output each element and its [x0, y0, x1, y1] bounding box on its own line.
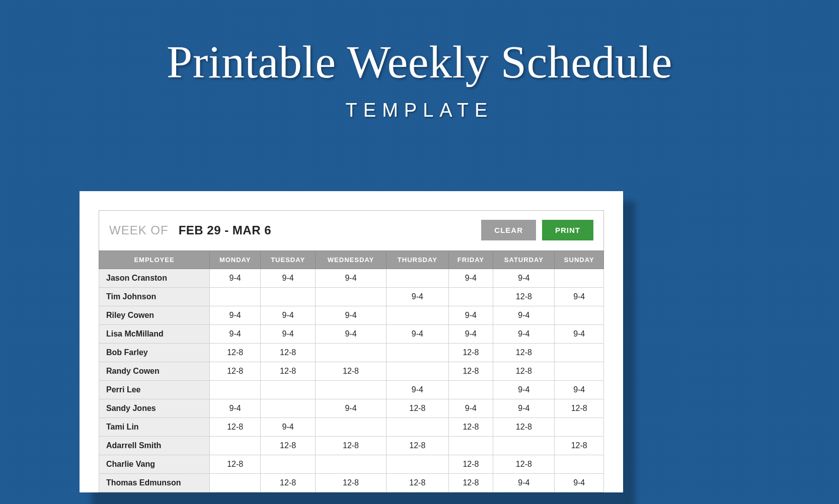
table-row: Adarrell Smith12-812-812-812-8	[99, 437, 604, 455]
col-day: FRIDAY	[448, 251, 493, 269]
shift-cell[interactable]: 12-8	[555, 399, 604, 418]
shift-cell[interactable]: 9-4	[261, 306, 316, 325]
shift-cell[interactable]: 9-4	[493, 306, 555, 325]
shift-cell[interactable]: 12-8	[387, 437, 448, 455]
shift-cell[interactable]: 9-4	[493, 399, 555, 418]
shift-cell[interactable]	[448, 437, 493, 455]
shift-cell[interactable]	[448, 381, 493, 399]
shift-cell[interactable]: 9-4	[448, 269, 493, 288]
shift-cell[interactable]: 9-4	[210, 306, 261, 325]
shift-cell[interactable]: 12-8	[210, 362, 261, 381]
shift-cell[interactable]: 12-8	[493, 418, 555, 437]
shift-cell[interactable]	[555, 269, 604, 288]
shift-cell[interactable]	[261, 399, 316, 418]
shift-cell[interactable]	[210, 288, 261, 306]
shift-cell[interactable]: 9-4	[261, 325, 316, 344]
shift-cell[interactable]: 9-4	[448, 399, 493, 418]
shift-cell[interactable]: 9-4	[555, 474, 604, 492]
table-row: Sandy Jones9-49-412-89-49-412-8	[99, 399, 604, 418]
shift-cell[interactable]: 12-8	[387, 399, 448, 418]
shift-cell[interactable]	[315, 455, 386, 474]
employee-name: Tim Johnson	[99, 288, 210, 306]
shift-cell[interactable]	[448, 288, 493, 306]
shift-cell[interactable]: 9-4	[261, 269, 316, 288]
shift-cell[interactable]: 9-4	[315, 306, 386, 325]
shift-cell[interactable]	[387, 418, 448, 437]
shift-cell[interactable]: 12-8	[210, 455, 261, 474]
shift-cell[interactable]	[210, 437, 261, 455]
table-row: Thomas Edmunson12-812-812-812-89-49-4	[99, 474, 604, 492]
shift-cell[interactable]: 9-4	[555, 381, 604, 399]
shift-cell[interactable]	[315, 288, 386, 306]
shift-cell[interactable]: 9-4	[387, 325, 448, 344]
shift-cell[interactable]	[555, 455, 604, 474]
shift-cell[interactable]: 12-8	[315, 362, 386, 381]
shift-cell[interactable]	[387, 455, 448, 474]
toolbar-buttons: CLEAR PRINT	[481, 220, 593, 240]
col-day: SATURDAY	[493, 251, 555, 269]
shift-cell[interactable]: 9-4	[387, 381, 448, 399]
shift-cell[interactable]	[387, 362, 448, 381]
shift-cell[interactable]: 12-8	[315, 437, 386, 455]
shift-cell[interactable]	[261, 381, 316, 399]
shift-cell[interactable]: 9-4	[493, 325, 555, 344]
shift-cell[interactable]: 12-8	[210, 418, 261, 437]
shift-cell[interactable]	[387, 269, 448, 288]
shift-cell[interactable]	[210, 474, 261, 492]
shift-cell[interactable]: 12-8	[261, 437, 316, 455]
shift-cell[interactable]: 9-4	[493, 474, 555, 492]
shift-cell[interactable]	[315, 344, 386, 362]
shift-cell[interactable]: 9-4	[387, 288, 448, 306]
clear-button[interactable]: CLEAR	[481, 220, 536, 240]
shift-cell[interactable]: 9-4	[210, 325, 261, 344]
shift-cell[interactable]	[387, 344, 448, 362]
shift-cell[interactable]: 12-8	[315, 474, 386, 492]
employee-name: Lisa McMilland	[99, 325, 210, 344]
shift-cell[interactable]: 9-4	[493, 381, 555, 399]
employee-name: Jason Cranston	[99, 269, 210, 288]
shift-cell[interactable]: 12-8	[448, 362, 493, 381]
shift-cell[interactable]: 12-8	[261, 474, 316, 492]
shift-cell[interactable]: 12-8	[493, 344, 555, 362]
shift-cell[interactable]: 9-4	[555, 288, 604, 306]
shift-cell[interactable]: 9-4	[493, 269, 555, 288]
shift-cell[interactable]: 12-8	[493, 455, 555, 474]
schedule-table: EMPLOYEEMONDAYTUESDAYWEDNESDAYTHURSDAYFR…	[99, 250, 604, 492]
shift-cell[interactable]	[387, 306, 448, 325]
shift-cell[interactable]: 9-4	[315, 325, 386, 344]
shift-cell[interactable]	[555, 418, 604, 437]
shift-cell[interactable]	[210, 381, 261, 399]
shift-cell[interactable]: 12-8	[555, 437, 604, 455]
shift-cell[interactable]: 9-4	[210, 269, 261, 288]
shift-cell[interactable]	[261, 288, 316, 306]
shift-cell[interactable]: 12-8	[448, 455, 493, 474]
shift-cell[interactable]: 12-8	[261, 362, 316, 381]
shift-cell[interactable]: 9-4	[448, 325, 493, 344]
shift-cell[interactable]: 12-8	[261, 344, 316, 362]
shift-cell[interactable]: 12-8	[448, 418, 493, 437]
shift-cell[interactable]: 9-4	[261, 418, 316, 437]
shift-cell[interactable]: 9-4	[448, 306, 493, 325]
shift-cell[interactable]: 12-8	[493, 288, 555, 306]
col-day: SUNDAY	[555, 251, 604, 269]
shift-cell[interactable]	[555, 344, 604, 362]
shift-cell[interactable]	[493, 437, 555, 455]
table-row: Charlie Vang12-812-812-8	[99, 455, 604, 474]
shift-cell[interactable]	[315, 381, 386, 399]
shift-cell[interactable]	[261, 455, 316, 474]
shift-cell[interactable]	[315, 418, 386, 437]
shift-cell[interactable]: 12-8	[448, 344, 493, 362]
shift-cell[interactable]: 9-4	[555, 325, 604, 344]
shift-cell[interactable]: 12-8	[387, 474, 448, 492]
employee-name: Adarrell Smith	[99, 437, 210, 455]
shift-cell[interactable]: 12-8	[448, 474, 493, 492]
shift-cell[interactable]: 9-4	[315, 269, 386, 288]
shift-cell[interactable]	[555, 306, 604, 325]
print-button[interactable]: PRINT	[542, 220, 593, 240]
employee-name: Perri Lee	[99, 381, 210, 399]
shift-cell[interactable]: 12-8	[493, 362, 555, 381]
shift-cell[interactable]: 9-4	[315, 399, 386, 418]
shift-cell[interactable]: 12-8	[210, 344, 261, 362]
shift-cell[interactable]: 9-4	[210, 399, 261, 418]
shift-cell[interactable]	[555, 362, 604, 381]
